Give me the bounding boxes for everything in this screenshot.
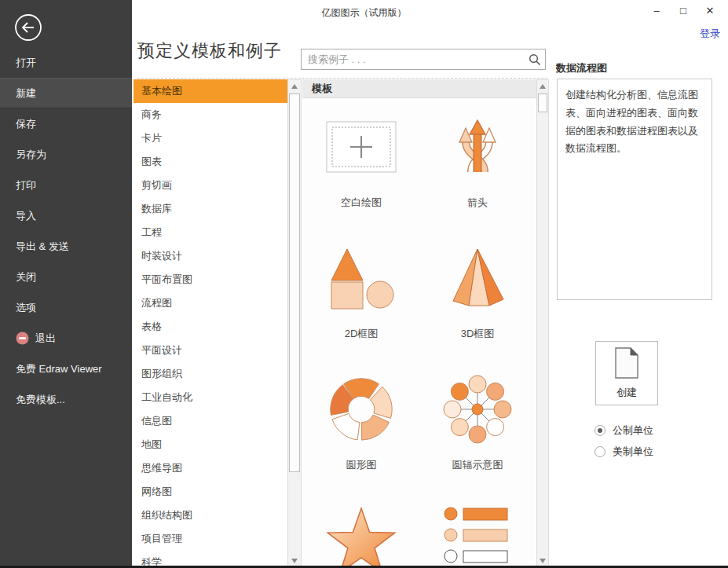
category-item[interactable]: 平面布置图 bbox=[134, 268, 287, 291]
detail-description: 创建结构化分析图、信息流图表、面向进程的图表、面向数据的图表和数据进程图表以及数… bbox=[557, 79, 712, 300]
sidebar-item-label: 退出 bbox=[35, 323, 56, 354]
template-item[interactable]: 2D框图 bbox=[302, 229, 420, 361]
document-icon bbox=[614, 346, 639, 383]
back-button[interactable] bbox=[14, 13, 42, 42]
sidebar-item[interactable]: 退出 bbox=[0, 323, 132, 354]
template-item[interactable]: 空白绘图 bbox=[302, 98, 420, 229]
category-item[interactable]: 剪切画 bbox=[134, 174, 287, 197]
search-icon[interactable] bbox=[529, 53, 541, 69]
template-item-label: 箭头 bbox=[467, 196, 488, 210]
sidebar-item[interactable]: 打印 bbox=[0, 170, 132, 200]
category-item[interactable]: 表格 bbox=[134, 315, 287, 339]
unit-option[interactable]: 公制单位 bbox=[594, 420, 653, 441]
dashed-separator bbox=[137, 78, 547, 79]
sidebar-item[interactable]: 保存 bbox=[0, 108, 132, 139]
close-button[interactable]: ✕ bbox=[697, 2, 723, 20]
template-item-label: 空白绘图 bbox=[341, 196, 382, 210]
category-item[interactable]: 时装设计 bbox=[134, 244, 287, 268]
create-button[interactable]: 创建 bbox=[595, 341, 658, 405]
category-item[interactable]: 组织结构图 bbox=[134, 504, 287, 527]
sidebar-item[interactable]: 导入 bbox=[0, 200, 132, 231]
template-grid: 空白绘图 箭头 2D框图 3D框图 圆形图 bbox=[302, 98, 535, 568]
sidebar-item-label: 导入 bbox=[16, 200, 36, 231]
exit-icon bbox=[16, 332, 29, 345]
block-2d-icon bbox=[322, 246, 401, 310]
maximize-button[interactable]: □ bbox=[670, 2, 697, 20]
page-title: 预定义模板和例子 bbox=[137, 39, 282, 63]
arrows-icon bbox=[453, 119, 502, 175]
sidebar-item-label: 导出 & 发送 bbox=[16, 231, 69, 262]
category-item[interactable]: 地图 bbox=[134, 433, 287, 456]
category-item[interactable]: 卡片 bbox=[134, 126, 287, 150]
exit-icon bbox=[16, 332, 29, 345]
sidebar-item[interactable]: 另存为 bbox=[0, 139, 132, 170]
scroll-up-icon[interactable] bbox=[537, 80, 548, 93]
list-diagram-icon bbox=[442, 503, 513, 568]
login-link[interactable]: 登录 bbox=[700, 27, 720, 41]
template-item[interactable]: 圆形图 bbox=[302, 361, 420, 492]
category-item[interactable]: 基本绘图 bbox=[134, 79, 287, 103]
sidebar-item[interactable]: 免费 Edraw Viewer bbox=[0, 354, 132, 384]
category-item[interactable]: 思维导图 bbox=[134, 456, 287, 480]
category-item[interactable]: 工业自动化 bbox=[134, 386, 287, 409]
radio-icon[interactable] bbox=[594, 425, 605, 436]
sidebar-item[interactable]: 新建 bbox=[0, 78, 132, 108]
sidebar-item-label: 选项 bbox=[16, 292, 36, 323]
window-controls: – □ ✕ bbox=[643, 2, 723, 20]
radio-icon[interactable] bbox=[594, 446, 605, 457]
category-item[interactable]: 网络图 bbox=[134, 480, 287, 504]
templates-header: 模板 bbox=[302, 79, 536, 98]
category-item[interactable]: 商务 bbox=[134, 103, 287, 126]
sidebar-item[interactable]: 选项 bbox=[0, 292, 132, 323]
template-scroll-thumb[interactable] bbox=[538, 93, 547, 112]
sidebar-menu: 打开新建保存另存为打印导入导出 & 发送关闭选项 退出免费 Edraw View… bbox=[0, 47, 132, 415]
radial-diagram-icon bbox=[438, 370, 517, 449]
star-icon bbox=[322, 504, 401, 568]
category-item[interactable]: 数据库 bbox=[134, 197, 287, 221]
app-window: 亿图图示（试用版） – □ ✕ 打开新建保存另存为打印导入导出 & 发送关闭选项… bbox=[0, 0, 728, 568]
blank-drawing-icon bbox=[326, 121, 397, 173]
sidebar-item-label: 新建 bbox=[16, 79, 36, 108]
category-scroll-thumb[interactable] bbox=[289, 93, 300, 472]
template-item[interactable] bbox=[420, 492, 535, 568]
category-item[interactable]: 项目管理 bbox=[134, 527, 287, 551]
template-item-label: 圆形图 bbox=[346, 458, 377, 472]
minimize-button[interactable]: – bbox=[643, 2, 670, 20]
unit-option[interactable]: 美制单位 bbox=[594, 441, 653, 462]
template-item[interactable]: 3D框图 bbox=[420, 229, 535, 361]
circular-diagram-icon bbox=[323, 371, 400, 448]
sidebar-item-label: 免费 Edraw Viewer bbox=[16, 354, 102, 384]
category-list: 基本绘图商务卡片图表剪切画数据库工程时装设计平面布置图流程图表格平面设计图形组织… bbox=[134, 79, 287, 568]
sidebar-item[interactable]: 免费模板... bbox=[0, 384, 132, 415]
sidebar-item[interactable]: 打开 bbox=[0, 47, 132, 78]
category-item[interactable]: 工程 bbox=[134, 221, 287, 244]
category-item[interactable]: 信息图 bbox=[134, 409, 287, 433]
block-3d-icon bbox=[442, 246, 513, 310]
sidebar-item[interactable]: 导出 & 发送 bbox=[0, 231, 132, 262]
unit-option-label: 美制单位 bbox=[613, 445, 653, 459]
search-box bbox=[301, 49, 546, 70]
sidebar-item-label: 打开 bbox=[16, 47, 36, 78]
category-scrollbar[interactable] bbox=[287, 79, 302, 568]
search-input[interactable] bbox=[306, 50, 518, 68]
category-item[interactable]: 平面设计 bbox=[134, 339, 287, 362]
window-title: 亿图图示（试用版） bbox=[322, 6, 407, 20]
template-item[interactable]: 箭头 bbox=[420, 98, 535, 229]
sidebar-item-label: 另存为 bbox=[16, 139, 46, 170]
category-item[interactable]: 流程图 bbox=[134, 291, 287, 315]
category-item[interactable]: 图表 bbox=[134, 150, 287, 174]
detail-title: 数据流程图 bbox=[556, 61, 607, 75]
unit-options: 公制单位美制单位 bbox=[594, 420, 653, 462]
template-scrollbar[interactable] bbox=[536, 79, 549, 568]
scroll-up-icon[interactable] bbox=[288, 80, 301, 93]
sidebar-item-label: 关闭 bbox=[16, 262, 36, 292]
template-item-label: 2D框图 bbox=[345, 327, 379, 341]
template-item-label: 圆辐示意图 bbox=[452, 458, 503, 472]
template-item[interactable]: 圆辐示意图 bbox=[420, 361, 535, 492]
template-item[interactable] bbox=[302, 492, 420, 568]
sidebar-item[interactable]: 关闭 bbox=[0, 262, 132, 292]
category-item[interactable]: 图形组织 bbox=[134, 362, 287, 386]
sidebar-item-label: 打印 bbox=[16, 170, 36, 200]
template-item-label: 3D框图 bbox=[461, 327, 495, 341]
create-button-label: 创建 bbox=[616, 386, 637, 400]
